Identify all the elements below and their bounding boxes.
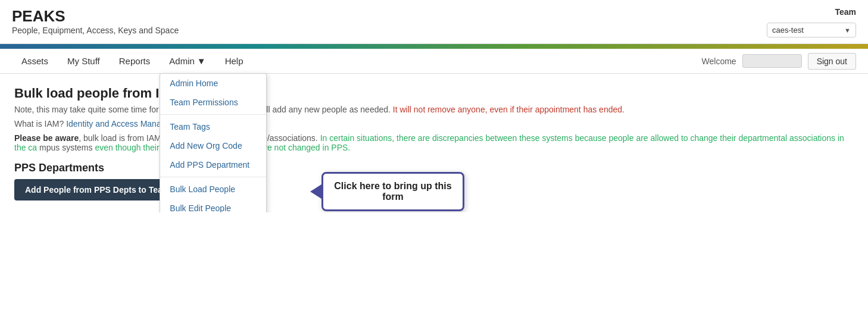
add-people-button[interactable]: Add People from PPS Depts to Team	[14, 179, 180, 200]
dropdown-divider-1	[160, 114, 266, 115]
admin-menu-container: Admin ▼ Admin Home Team Permissions Team…	[160, 49, 215, 73]
app-header: PEAKS People, Equipment, Access, Keys an…	[0, 0, 868, 44]
nav-right: Welcome Sign out	[702, 53, 856, 70]
dropdown-divider-2	[160, 177, 266, 177]
page-title: Bulk load people from IA...	[14, 86, 854, 101]
nav-item-admin[interactable]: Admin ▼	[160, 49, 215, 73]
team-selector-area: Team caes-test ▼	[767, 7, 856, 37]
callout-arrow-left	[310, 183, 323, 200]
nav-items: Assets My Stuff Reports Admin ▼ Admin Ho…	[12, 49, 702, 73]
sign-out-button[interactable]: Sign out	[808, 53, 856, 70]
nav-item-reports[interactable]: Reports	[110, 49, 160, 73]
team-value: caes-test	[772, 26, 804, 35]
team-label: Team	[835, 7, 856, 17]
navbar: Assets My Stuff Reports Admin ▼ Admin Ho…	[0, 49, 868, 74]
nav-item-help[interactable]: Help	[216, 49, 253, 73]
note-line-aware: Please be aware, bulk load is from IAM b…	[14, 133, 854, 152]
team-dropdown[interactable]: caes-test ▼	[767, 23, 856, 37]
dropdown-item-team-tags[interactable]: Team Tags	[160, 117, 266, 136]
form-callout-box: Click here to bring up this form	[321, 172, 464, 211]
chevron-down-icon: ▼	[197, 56, 206, 66]
admin-dropdown-menu: Admin Home Team Permissions Team Tags Ad…	[160, 73, 267, 212]
app-subtitle: People, Equipment, Access, Keys and Spac…	[12, 26, 179, 35]
nav-item-my-stuff[interactable]: My Stuff	[58, 49, 110, 73]
welcome-text: Welcome	[702, 57, 736, 66]
color-bar	[0, 44, 868, 49]
dropdown-item-team-permissions[interactable]: Team Permissions	[160, 93, 266, 112]
dropdown-item-admin-home[interactable]: Admin Home	[160, 74, 266, 93]
user-name-display	[742, 54, 802, 68]
app-title: PEAKS	[12, 7, 179, 26]
main-content: Bulk load people from IA... Note, this m…	[0, 74, 868, 212]
nav-item-assets[interactable]: Assets	[12, 49, 58, 73]
chevron-down-icon: ▼	[844, 27, 851, 34]
app-branding: PEAKS People, Equipment, Access, Keys an…	[12, 7, 179, 35]
dropdown-item-add-pps-department[interactable]: Add PPS Department	[160, 155, 266, 174]
dropdown-item-bulk-edit-people[interactable]: Bulk Edit People	[160, 199, 266, 212]
dropdown-item-bulk-load-people[interactable]: Bulk Load People	[160, 180, 266, 199]
dropdown-item-add-new-org-code[interactable]: Add New Org Code	[160, 136, 266, 155]
note-line-iam: What is IAM? Identity and Access Managem…	[14, 119, 854, 129]
no-remove-notice: It will not remove anyone, even if their…	[393, 105, 625, 114]
iam-link[interactable]: Identity and Access Manag	[66, 119, 166, 129]
note-line-1: Note, this may take quite some time for …	[14, 105, 854, 114]
